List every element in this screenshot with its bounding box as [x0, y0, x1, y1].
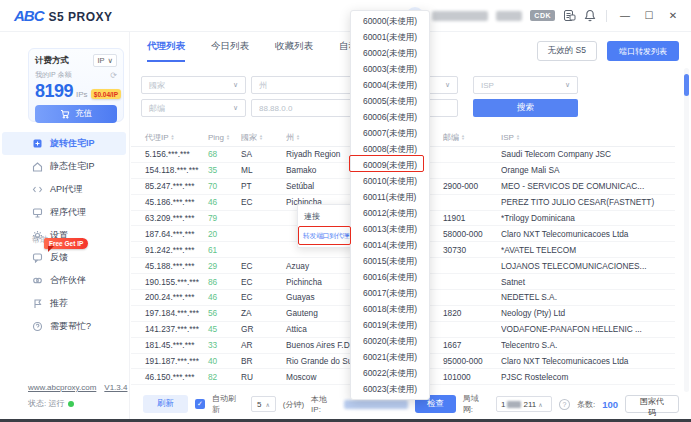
interval-stepper[interactable]: 5 ∧	[251, 396, 276, 412]
sort-icon[interactable]: ▲▼	[259, 134, 263, 140]
cell-country: RU	[241, 372, 286, 382]
search-button[interactable]: 搜索	[473, 99, 578, 117]
zip-filter-select[interactable]: 邮编 ∨	[141, 99, 246, 117]
tab-1[interactable]: 代理列表	[147, 40, 185, 62]
sort-down-icon: ▼	[461, 137, 465, 140]
sort-icon[interactable]: ▲▼	[516, 134, 520, 140]
port-option[interactable]: 60017(未使用)	[351, 285, 429, 301]
isp-filter-select[interactable]: ISP ∨	[473, 76, 578, 94]
bell-icon[interactable]	[584, 9, 596, 22]
cell-ping: 45	[208, 324, 241, 334]
port-option[interactable]: 60012(未使用)	[351, 205, 429, 221]
sidebar-item-3[interactable]: API代理	[0, 178, 130, 201]
interval-unit-label: (分钟)	[283, 399, 304, 410]
cdk-badge[interactable]: CDK	[530, 10, 555, 21]
cell-ping: 29	[208, 261, 241, 271]
port-option[interactable]: 60015(未使用)	[351, 253, 429, 269]
sort-down-icon: ▼	[516, 137, 520, 140]
help-menu: 反馈合作伙伴推荐需要帮忙?	[0, 246, 130, 338]
sidebar-item-2[interactable]: 静态住宅IP	[0, 155, 130, 178]
port-option[interactable]: 60009(未使用)	[351, 157, 429, 173]
version-label[interactable]: V1.3.4	[104, 383, 127, 392]
port-option[interactable]: 60007(未使用)	[351, 125, 429, 141]
column-header[interactable]: 邮编▲▼	[443, 132, 501, 143]
port-option[interactable]: 60023(未使用)	[351, 381, 429, 397]
billing-unit-select[interactable]: IP ∨	[93, 54, 117, 67]
refresh-balance-icon[interactable]: ⟳	[110, 71, 117, 80]
invalid-s5-button[interactable]: 无效的 S5	[537, 41, 597, 61]
free-get-ip-badge[interactable]: Free Get IP	[44, 238, 88, 249]
tab-2[interactable]: 今日列表	[211, 40, 249, 62]
website-link[interactable]: www.abcproxy.com	[28, 383, 96, 392]
country-filter-select[interactable]: 國家 ∨	[141, 76, 246, 94]
port-option[interactable]: 60006(未使用)	[351, 109, 429, 125]
sort-icon[interactable]: ▲▼	[461, 134, 465, 140]
stepper-up-icon[interactable]: ∧	[538, 401, 542, 408]
cell-isp: PJSC Rostelecom	[501, 372, 675, 382]
help-item-1[interactable]: 反馈	[0, 246, 130, 269]
close-button[interactable]: ✕	[665, 8, 681, 24]
help-icon	[32, 321, 43, 332]
port-forward-list-button[interactable]: 端口转发列表	[607, 41, 679, 61]
port-option[interactable]: 60016(未使用)	[351, 269, 429, 285]
port-option[interactable]: 60003(未使用)	[351, 61, 429, 77]
port-option[interactable]: 60014(未使用)	[351, 237, 429, 253]
cell-isp: MEO - SERVICOS DE COMUNICAC...	[501, 181, 675, 191]
context-menu-item-forward-port[interactable]: 转发端口到代理 ▸	[298, 226, 352, 245]
cell-isp: Claro NXT Telecomunicacoes Ltda	[501, 229, 675, 239]
titlebar-actions: CDK — ☐ ✕	[406, 7, 681, 25]
isp-filter-label: ISP	[481, 81, 494, 90]
port-option[interactable]: 60019(未使用)	[351, 317, 429, 333]
help-circle-icon[interactable]: ?	[559, 399, 570, 410]
port-option[interactable]: 60018(未使用)	[351, 301, 429, 317]
country-code-button[interactable]: 国家代码	[625, 395, 679, 413]
sidebar-item-1[interactable]: 旋转住宅IP	[2, 132, 126, 155]
sidebar-item-4[interactable]: 程序代理	[0, 201, 130, 224]
billing-unit-value: IP	[97, 56, 104, 65]
column-header[interactable]: Ping▲▼	[208, 133, 241, 142]
port-option[interactable]: 60022(未使用)	[351, 365, 429, 381]
help-item-3[interactable]: 推荐	[0, 292, 130, 315]
recharge-button[interactable]: 充值	[35, 105, 117, 123]
port-option[interactable]: 60021(未使用)	[351, 349, 429, 365]
column-header[interactable]: 國家▲▼	[241, 132, 286, 143]
maximize-button[interactable]: ☐	[641, 8, 657, 24]
language-icon[interactable]	[563, 9, 576, 22]
cell-isp: Telecentro S.A.	[501, 340, 675, 350]
port-option[interactable]: 60001(未使用)	[351, 29, 429, 45]
sort-down-icon: ▼	[171, 137, 175, 140]
stepper-up-icon[interactable]: ∧	[265, 401, 269, 408]
column-header[interactable]: 代理IP▲▼	[145, 132, 208, 143]
refresh-button[interactable]: 刷新	[143, 395, 188, 413]
sidebar-item-label: 程序代理	[50, 206, 86, 219]
lan-port-stepper[interactable]: 1 211 ∧	[496, 396, 552, 412]
port-option[interactable]: 60013(未使用)	[351, 221, 429, 237]
help-item-label: 需要帮忙?	[50, 320, 91, 333]
cell-isp: Neology (Pty) Ltd	[501, 308, 675, 318]
column-header[interactable]: ISP▲▼	[501, 133, 675, 142]
auto-refresh-checkbox[interactable]: ✓	[195, 399, 205, 409]
context-menu-item-connect[interactable]: 連接	[298, 207, 352, 226]
sort-icon[interactable]: ▲▼	[171, 134, 175, 140]
port-option[interactable]: 60010(未使用)	[351, 173, 429, 189]
help-item-4[interactable]: 需要帮忙?	[0, 315, 130, 338]
feedback-icon	[32, 252, 43, 263]
port-option[interactable]: 60008(未使用)	[351, 141, 429, 157]
port-option[interactable]: 60000(未使用)	[351, 13, 429, 29]
sort-icon[interactable]: ▲▼	[226, 134, 230, 140]
minimize-button[interactable]: —	[617, 8, 633, 24]
port-option[interactable]: 60004(未使用)	[351, 77, 429, 93]
scrollbar-track[interactable]	[684, 68, 689, 392]
port-option[interactable]: 60002(未使用)	[351, 45, 429, 61]
help-item-2[interactable]: 合作伙伴	[0, 269, 130, 292]
port-option[interactable]: 60011(未使用)	[351, 189, 429, 205]
port-option[interactable]: 60005(未使用)	[351, 93, 429, 109]
scrollbar-thumb[interactable]	[684, 74, 689, 96]
cell-country: EC	[241, 197, 286, 207]
port-option[interactable]: 60020(未使用)	[351, 333, 429, 349]
cell-ping: 20	[208, 229, 241, 239]
tab-3[interactable]: 收藏列表	[275, 40, 313, 62]
interval-value: 5	[257, 400, 261, 409]
cell-country: GR	[241, 324, 286, 334]
sort-icon[interactable]: ▲▼	[296, 134, 300, 140]
